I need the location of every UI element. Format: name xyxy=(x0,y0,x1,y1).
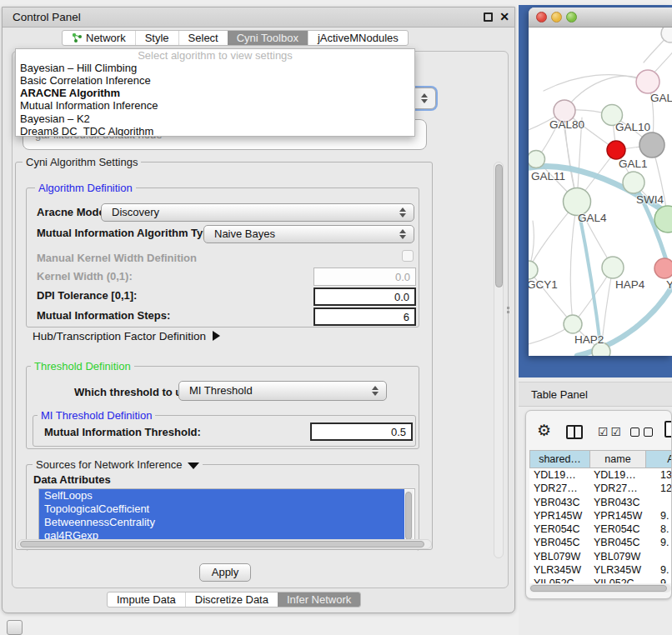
tab-impute-data[interactable]: Impute Data xyxy=(108,592,185,607)
cell: YDL19… xyxy=(529,468,590,482)
tab-select[interactable]: Select xyxy=(178,31,228,45)
tab-label: Select xyxy=(188,31,218,45)
minimize-traffic-light-icon[interactable] xyxy=(551,12,562,22)
close-icon[interactable]: ✕ xyxy=(499,10,509,23)
gear-icon[interactable]: ⚙ xyxy=(537,421,551,440)
sources-title-text: Sources for Network Inference xyxy=(36,458,183,471)
unselect-columns-icon[interactable] xyxy=(630,428,639,437)
scrollbar-thumb[interactable] xyxy=(405,492,412,540)
node-hap4[interactable] xyxy=(602,257,624,278)
network-edge[interactable] xyxy=(570,202,577,324)
tab-label: jActiveMNodules xyxy=(318,31,399,45)
node-label-gal10: GAL10 xyxy=(615,121,650,133)
settings-hscrollbar[interactable] xyxy=(18,539,432,549)
apply-button[interactable]: Apply xyxy=(199,563,251,582)
tab-style[interactable]: Style xyxy=(135,31,178,45)
attribute-item-topologicalcoefficient[interactable]: TopologicalCoefficient xyxy=(39,502,404,516)
table-row[interactable]: YLR345WYLR345W9. xyxy=(529,563,672,577)
column-header-a[interactable]: A xyxy=(646,450,672,468)
column-header-name[interactable]: name xyxy=(590,450,646,468)
kernel-width-input[interactable] xyxy=(313,268,416,286)
control-panel-window: Control Panel ✕ NetworkStyleSelectCyni T… xyxy=(2,7,515,613)
node-table[interactable]: shared…nameAYDL19…YDL19…13YDR27…YDR27…12… xyxy=(529,450,672,583)
table-hscrollbar[interactable] xyxy=(529,584,671,592)
scrollbar-thumb[interactable] xyxy=(495,164,503,288)
algorithm-option-aracne-algorithm[interactable]: ARACNE Algorithm xyxy=(16,87,414,99)
tab-network[interactable]: Network xyxy=(63,31,135,45)
minimized-panel-icon[interactable] xyxy=(7,620,23,635)
node-gray[interactable] xyxy=(639,132,664,158)
algorithm-option-mutual-information-inference[interactable]: Mutual Information Inference xyxy=(16,99,414,112)
table-row[interactable]: YDR27…YDR27…12 xyxy=(529,482,672,495)
table-row[interactable]: YBR043CYBR043C xyxy=(529,496,672,509)
unselect-columns-icon[interactable] xyxy=(644,428,653,437)
cell: YLR345W xyxy=(590,563,646,577)
mi-steps-label: Mutual Information Steps: xyxy=(37,309,170,322)
table-row[interactable]: YIL052CYIL052C9 xyxy=(529,577,672,583)
node-gal11[interactable] xyxy=(529,151,545,168)
export-table-icon[interactable] xyxy=(664,421,672,438)
float-window-icon[interactable] xyxy=(484,12,493,22)
node-gal1[interactable] xyxy=(607,141,625,159)
tab-jactivemnodules[interactable]: jActiveMNodules xyxy=(308,31,408,45)
network-canvas[interactable]: GAL2GAL80GAL10GAL1GAL11SWI4GAL4GCY1HAP4Y… xyxy=(529,28,672,356)
algorithm-option-bayesian-hill-climbing[interactable]: Bayesian – Hill Climbing xyxy=(16,62,414,74)
node-swi4[interactable] xyxy=(623,172,644,193)
aracne-mode-value: Discovery xyxy=(112,206,159,218)
cell xyxy=(646,550,672,563)
panel-resize-grip[interactable] xyxy=(507,307,510,315)
network-view-window: GAL2GAL80GAL10GAL1GAL11SWI4GAL4GCY1HAP4Y… xyxy=(529,8,672,356)
mi-algorithm-type-combo[interactable]: Naive Bayes xyxy=(203,225,414,243)
cell: YBR043C xyxy=(590,496,646,509)
node-topright[interactable] xyxy=(661,28,672,42)
table-row[interactable]: YER054CYER054C8. xyxy=(529,522,672,536)
control-panel-titlebar: Control Panel ✕ xyxy=(3,8,514,28)
algorithm-option-dream8-dc-tdc-algorithm[interactable]: Dream8 DC_TDC Algorithm xyxy=(16,125,414,137)
table-row[interactable]: YBR045CYBR045C9. xyxy=(529,536,672,549)
attribute-item-selfloops[interactable]: SelfLoops xyxy=(39,489,404,502)
tab-infer-network[interactable]: Infer Network xyxy=(278,592,360,607)
sources-title[interactable]: Sources for Network Inference xyxy=(33,458,203,471)
control-panel-tabbar: NetworkStyleSelectCyni ToolboxjActiveMNo… xyxy=(62,30,409,46)
settings-vscrollbar[interactable] xyxy=(494,162,504,558)
algorithm-option-basic-correlation-inference[interactable]: Basic Correlation Inference xyxy=(16,74,414,87)
select-columns-icon[interactable]: ☑☑ xyxy=(598,425,624,438)
mi-threshold-input[interactable] xyxy=(310,422,413,441)
network-window-titlebar[interactable] xyxy=(529,8,672,28)
network-edge[interactable] xyxy=(544,75,648,91)
table-row[interactable]: YPR145WYPR145W9. xyxy=(529,509,672,522)
combo-spinner-icon xyxy=(399,229,406,239)
node-salmon[interactable] xyxy=(654,258,672,278)
network-edge[interactable] xyxy=(564,76,648,111)
hub-factor-expander[interactable]: Hub/Transcription Factor Definition xyxy=(33,330,220,342)
table-row[interactable]: YBL079WYBL079W xyxy=(529,550,672,563)
kernel-width-label: Kernel Width (0,1): xyxy=(37,270,133,282)
node-gcy1[interactable] xyxy=(529,261,538,279)
close-traffic-light-icon[interactable] xyxy=(536,12,547,22)
node-label-gal1: GAL1 xyxy=(619,158,648,170)
scrollbar-thumb[interactable] xyxy=(20,541,424,548)
node-label-y: Y xyxy=(666,278,672,291)
mi-type-label: Mutual Information Algorithm Type: xyxy=(37,227,219,239)
node-gal2[interactable] xyxy=(636,70,659,93)
table-row[interactable]: YDL19…YDL19…13 xyxy=(529,468,672,482)
tab-cyni-toolbox[interactable]: Cyni Toolbox xyxy=(228,31,308,45)
column-layout-icon[interactable] xyxy=(566,425,583,439)
dpi-tolerance-input[interactable] xyxy=(313,288,416,306)
data-attributes-label: Data Attributes xyxy=(33,473,111,486)
list-scrollbar[interactable] xyxy=(404,490,414,546)
cell: 12 xyxy=(646,482,672,495)
aracne-mode-combo[interactable]: Discovery xyxy=(101,203,414,222)
which-threshold-combo[interactable]: MI Threshold xyxy=(178,381,387,401)
attribute-item-betweennesscentrality[interactable]: BetweennessCentrality xyxy=(39,516,404,529)
mi-steps-input[interactable] xyxy=(313,308,416,326)
node-label-hap2: HAP2 xyxy=(574,333,604,346)
cell: 8. xyxy=(646,522,672,536)
tab-discretize-data[interactable]: Discretize Data xyxy=(185,592,278,607)
scrollbar-thumb[interactable] xyxy=(530,585,667,592)
zoom-traffic-light-icon[interactable] xyxy=(566,12,577,22)
manual-kernel-checkbox[interactable] xyxy=(402,250,414,262)
node-hap2[interactable] xyxy=(564,315,582,333)
column-header-shared[interactable]: shared… xyxy=(529,450,590,468)
algorithm-option-bayesian-k2[interactable]: Bayesian – K2 xyxy=(16,112,414,125)
